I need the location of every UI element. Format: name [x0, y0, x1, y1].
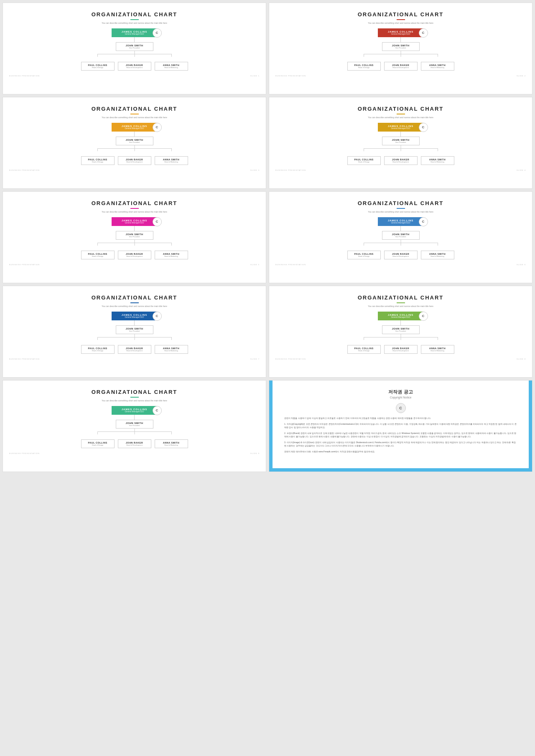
bottom-role: Head of Design — [350, 255, 378, 257]
org-chart: JAMES COLLINS General Manager/CEO C JOHN… — [9, 123, 260, 165]
bottom-row: PAUL COLLINS Head of Design JOHN BAKER H… — [81, 439, 188, 448]
bottom-row: PAUL COLLINS Head of Design JOHN BAKER H… — [81, 345, 188, 354]
top-box: JAMES COLLINS General Manager/CEO — [112, 123, 158, 132]
slide-title: ORGANIZATIONAL CHART — [9, 11, 260, 18]
top-box: JAMES COLLINS General Manager/CEO — [112, 406, 158, 415]
slide-slide-3: ORGANIZATIONAL CHART You can describe so… — [3, 97, 266, 189]
copyright-content: 저작권 공고 Copyright Notice C 관련지 작품을 사용하기 앞… — [278, 389, 524, 462]
mid-role: Vice President — [121, 330, 148, 332]
org-chart: JAMES COLLINS General Manager/CEO C JOHN… — [275, 123, 526, 165]
bottom-box: JOHN BAKER Head of Development — [384, 156, 418, 165]
mid-row: JOHN SMITH Vice President — [116, 42, 153, 51]
slide-footer: BUSINESS PRESENTATION SLIDE 1 — [9, 75, 260, 77]
top-role: General Manager/CEO — [118, 222, 151, 224]
branch-connector — [80, 240, 189, 246]
blue-accent-right — [529, 381, 532, 472]
copyright-para-1: 1. 저작권(Copyright)은 모든 콘텐츠의 저작권은 콘텐츠위즈(Co… — [284, 422, 517, 429]
footer-left: BUSINESS PRESENTATION — [9, 264, 40, 266]
slide-underline — [130, 302, 139, 303]
bottom-role: Head of Design — [84, 66, 112, 68]
slide-subtitle: You can describe something short and nar… — [9, 211, 260, 213]
top-box: JAMES COLLINS General Manager/CEO — [378, 217, 424, 226]
top-box-wrapper: JAMES COLLINS General Manager/CEO C — [378, 28, 424, 37]
bottom-box: ANNA SMITH Head of Marketing — [421, 345, 454, 354]
branch-connector — [80, 145, 189, 151]
mid-box: JOHN SMITH Vice President — [382, 231, 420, 240]
bottom-box: ANNA SMITH Head of Marketing — [155, 251, 188, 259]
bottom-role: Head of Development — [387, 66, 415, 68]
slide-grid: ORGANIZATIONAL CHART You can describe so… — [0, 0, 535, 474]
copyright-para-2: 2. 브랜드(Brand) 관련지 내부 임의적으로 단체 포함된 내부에 너넣… — [284, 431, 517, 438]
slide-subtitle: You can describe something short and nar… — [9, 305, 260, 307]
bottom-role: Head of Development — [121, 350, 148, 352]
bottom-box: PAUL COLLINS Head of Design — [81, 251, 115, 259]
footer-left: BUSINESS PRESENTATION — [275, 169, 306, 171]
mid-box: JOHN SMITH Vice President — [116, 137, 153, 145]
bottom-box: PAUL COLLINS Head of Design — [347, 156, 381, 165]
slide-title: ORGANIZATIONAL CHART — [9, 106, 260, 112]
footer-left: BUSINESS PRESENTATION — [9, 358, 40, 360]
bottom-role: Head of Marketing — [158, 255, 185, 257]
mid-row: JOHN SMITH Vice President — [382, 231, 420, 240]
top-box: JAMES COLLINS General Manager/CEO — [112, 312, 158, 320]
slide-subtitle: You can describe something short and nar… — [275, 305, 526, 307]
footer-left: BUSINESS PRESENTATION — [9, 75, 40, 77]
bottom-role: Head of Development — [121, 161, 148, 163]
bottom-box: JOHN BAKER Head of Development — [118, 439, 151, 448]
mid-box: JOHN SMITH Vice President — [116, 231, 153, 240]
top-role: General Manager/CEO — [385, 222, 417, 224]
top-role: General Manager/CEO — [385, 316, 417, 318]
footer-right: SLIDE 3 — [250, 169, 260, 171]
mid-role: Vice President — [121, 236, 148, 238]
mid-box: JOHN SMITH Vice President — [116, 420, 153, 429]
top-box: JAMES COLLINS General Manager/CEO — [112, 217, 158, 226]
bottom-row: PAUL COLLINS Head of Design JOHN BAKER H… — [347, 345, 454, 354]
slide-subtitle: You can describe something short and nar… — [275, 22, 526, 24]
avatar: C — [153, 406, 162, 415]
top-role: General Manager/CEO — [385, 33, 417, 35]
top-role: General Manager/CEO — [118, 316, 151, 318]
copyright-title: 저작권 공고 — [284, 389, 517, 395]
mid-row: JOHN SMITH Vice President — [116, 137, 153, 145]
branch-connector — [346, 240, 455, 246]
slide-slide-2: ORGANIZATIONAL CHART You can describe so… — [269, 3, 532, 94]
copyright-para-0: 관련지 작품을 사용하기 앞에 이상의 동일하고 프로필로 사용하기 전에 이하… — [284, 416, 517, 420]
bottom-role: Head of Marketing — [424, 161, 451, 163]
slide-slide-8: ORGANIZATIONAL CHART You can describe so… — [269, 286, 532, 378]
bottom-role: Head of Marketing — [424, 255, 451, 257]
bottom-box: JOHN BAKER Head of Development — [384, 251, 418, 259]
branch-connector — [80, 51, 189, 57]
bottom-box: ANNA SMITH Head of Marketing — [155, 62, 188, 71]
mid-row: JOHN SMITH Vice President — [382, 325, 420, 334]
bottom-box: PAUL COLLINS Head of Design — [81, 345, 115, 354]
avatar: C — [153, 217, 162, 226]
footer-right: SLIDE 2 — [517, 75, 526, 77]
top-role: General Manager/CEO — [118, 411, 151, 413]
avatar: C — [419, 28, 428, 38]
branch-connector — [346, 51, 455, 57]
slide-title: ORGANIZATIONAL CHART — [275, 294, 526, 301]
org-chart: JAMES COLLINS General Manager/CEO C JOHN… — [9, 217, 260, 259]
blue-accent-left — [269, 381, 273, 472]
blue-accent-bottom — [269, 468, 532, 472]
bottom-box: JOHN BAKER Head of Development — [118, 345, 151, 354]
bottom-role: Head of Marketing — [424, 350, 451, 352]
footer-right: SLIDE 5 — [250, 264, 260, 266]
connector-v-1 — [134, 415, 135, 420]
top-box: JAMES COLLINS General Manager/CEO — [112, 28, 158, 37]
slide-footer: BUSINESS PRESENTATION SLIDE 6 — [275, 264, 526, 266]
avatar: C — [419, 217, 428, 226]
mid-role: Vice President — [121, 424, 148, 426]
bottom-role: Head of Development — [387, 350, 415, 352]
footer-right: SLIDE 6 — [517, 264, 526, 266]
slide-footer: BUSINESS PRESENTATION SLIDE 7 — [9, 358, 260, 360]
bottom-box: ANNA SMITH Head of Marketing — [155, 156, 188, 165]
bottom-box: PAUL COLLINS Head of Design — [81, 156, 115, 165]
mid-box: JOHN SMITH Vice President — [116, 42, 153, 51]
top-box-wrapper: JAMES COLLINS General Manager/CEO C — [378, 217, 424, 226]
branch-connector — [346, 145, 455, 151]
connector-v-1 — [134, 226, 135, 231]
mid-row: JOHN SMITH Vice President — [116, 420, 153, 429]
slide-title: ORGANIZATIONAL CHART — [9, 294, 260, 301]
top-box-wrapper: JAMES COLLINS General Manager/CEO C — [112, 123, 158, 132]
